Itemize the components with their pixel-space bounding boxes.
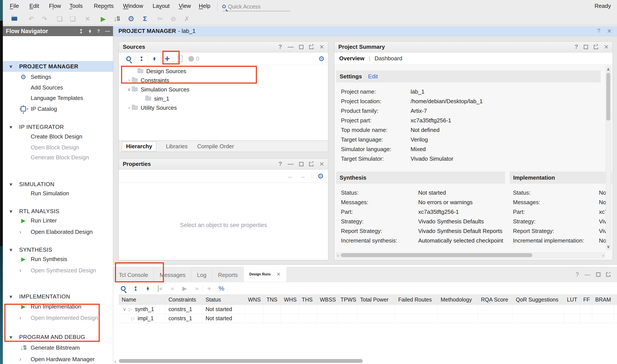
tab-libraries[interactable]: Libraries (166, 143, 188, 150)
scroll-right-icon[interactable]: › (603, 253, 604, 258)
copy-icon[interactable]: ❏ (55, 14, 65, 24)
nav-item-run-synthesis[interactable]: ▶ Run Synthesis (3, 254, 113, 264)
menu-flow[interactable]: Flow (49, 0, 61, 9)
nav-section-implementation[interactable]: ∨ IMPLEMENTATION (3, 291, 113, 302)
col-whs[interactable]: WHS (281, 295, 299, 304)
expand-all-icon[interactable]: ▲▼ (88, 29, 92, 33)
scroll-left-icon[interactable]: ‹ (115, 359, 116, 364)
maximize-icon[interactable] (299, 45, 304, 49)
scrollbar-thumb[interactable] (119, 359, 363, 363)
col-ff[interactable]: FF (580, 295, 592, 304)
percent-icon[interactable]: % (215, 284, 228, 293)
nav-item-add-sources[interactable]: Add Sources (3, 82, 113, 93)
float-icon[interactable] (594, 45, 598, 49)
settings-gear-icon[interactable]: ⚙ (126, 14, 136, 24)
col-status[interactable]: Status (203, 295, 245, 304)
tree-item-constraints[interactable]: › Constraints (126, 76, 169, 85)
expand-all-icon[interactable]: ▲▼ (142, 284, 154, 293)
nav-item-language-templates[interactable]: Language Templates (3, 92, 113, 104)
menu-edit[interactable]: Edit (29, 0, 39, 9)
col-bram[interactable]: BRAM (592, 295, 614, 304)
nav-item-open-synthesized-design[interactable]: › Open Synthesized Design (3, 265, 113, 276)
nav-item-open-hardware-manager[interactable]: › Open Hardware Manager (3, 354, 113, 364)
maximize-icon[interactable] (596, 272, 601, 277)
nav-section-program-and-debug[interactable]: ∨ PROGRAM AND DEBUG (3, 332, 113, 342)
col-qor-suggestions[interactable]: QoR Suggestions (513, 295, 564, 304)
tab-overview[interactable]: Overview (339, 55, 364, 62)
menu-layout[interactable]: Layout (153, 0, 170, 9)
maximize-icon[interactable] (299, 162, 304, 166)
vertical-scrollbar[interactable]: ∧ ∨ (606, 66, 611, 250)
scroll-up-icon[interactable]: ∧ (606, 67, 610, 72)
chevron-right-icon[interactable]: › (126, 78, 132, 83)
gear-icon[interactable]: ⚙ (317, 172, 324, 180)
tab-messages[interactable]: Messages (154, 268, 191, 282)
col-wbss[interactable]: WBSS (317, 295, 337, 304)
close-icon[interactable]: ✕ (319, 44, 324, 51)
col-name[interactable]: Name (119, 295, 166, 304)
help-icon[interactable]: ? (576, 271, 579, 278)
float-icon[interactable] (309, 162, 313, 166)
nav-item-run-simulation[interactable]: Run Simulation (3, 188, 113, 199)
close-icon[interactable]: ✕ (604, 44, 609, 51)
nav-item-settings[interactable]: ⚙ Settings (3, 71, 113, 82)
horizontal-scrollbar[interactable]: ‹ (115, 359, 617, 364)
add-sources-icon[interactable]: + (161, 54, 174, 64)
col-tns[interactable]: TNS (263, 295, 281, 304)
col-methodology[interactable]: Methodology (437, 295, 478, 304)
minimize-icon[interactable]: — (105, 28, 110, 34)
chevron-right-icon[interactable]: › (126, 105, 132, 111)
synth-strategy-link[interactable]: Vivado Synthesis Defaults (418, 218, 484, 225)
col-failed-routes[interactable]: Failed Routes (395, 295, 437, 304)
nav-item-run-linter[interactable]: ▶ Run Linter (3, 215, 113, 226)
scrollbar-thumb[interactable] (341, 253, 532, 257)
tab-reports[interactable]: Reports (212, 268, 244, 282)
collapse-all-icon[interactable]: ▼▲ (79, 29, 83, 33)
project-part-link[interactable]: xc7a35tftg256-1 (411, 117, 451, 124)
tree-item-simulation-sources[interactable]: ∨ Simulation Sources (126, 85, 189, 94)
tab-design-runs[interactable]: Design Runs ✕ (244, 267, 286, 282)
col-total-power[interactable]: Total Power (357, 295, 395, 304)
target-simulator-link[interactable]: Vivado Simulator (411, 156, 453, 162)
nav-item-create-block-design[interactable]: Create Block Design (3, 131, 113, 142)
nav-section-ip-integrator[interactable]: ∨ IP INTEGRATOR (3, 121, 113, 132)
search-icon[interactable] (117, 284, 129, 293)
col-tpws[interactable]: TPWS (337, 295, 357, 304)
minimize-icon[interactable]: — (585, 271, 591, 278)
help-icon[interactable]: ? (575, 44, 578, 50)
horizontal-scrollbar[interactable]: ‹ › (336, 253, 605, 258)
menu-reports[interactable]: Reports (94, 0, 114, 9)
float-icon[interactable] (309, 45, 313, 49)
tree-item-utility-sources[interactable]: › Utility Sources (126, 103, 177, 112)
tab-dashboard[interactable]: Dashboard (374, 55, 402, 62)
col-rqa-score[interactable]: RQA Score (478, 295, 513, 304)
close-icon[interactable]: ✕ (276, 271, 281, 277)
synth-report-strategy-link[interactable]: Vivado Synthesis Default Reports (418, 228, 502, 234)
paste-icon[interactable]: ❏ (68, 14, 78, 24)
menu-view[interactable]: View (179, 0, 191, 9)
nav-item-open-block-design[interactable]: Open Block Design (3, 142, 113, 153)
scrollbar-thumb[interactable] (606, 73, 610, 121)
quick-access-search[interactable]: Quick Access (222, 2, 290, 11)
tab-tcl-console[interactable]: Tcl Console (113, 268, 154, 282)
collapse-all-icon[interactable]: ▼▲ (129, 284, 142, 293)
float-icon[interactable] (606, 272, 610, 277)
scroll-left-icon[interactable]: ‹ (337, 253, 339, 258)
scroll-down-icon[interactable]: ∨ (606, 244, 610, 249)
help-icon[interactable]: ? (278, 161, 282, 168)
help-icon[interactable]: ? (278, 44, 282, 50)
maximize-icon[interactable] (584, 45, 588, 49)
help-icon[interactable]: ? (597, 28, 600, 35)
menu-tools[interactable]: Tools (69, 0, 83, 9)
nav-section-project-manager[interactable]: ∨ PROJECT MANAGER (3, 61, 113, 72)
table-row-synth-1[interactable]: ∨▷synth_1 constrs_1 Not started (119, 305, 617, 314)
close-icon[interactable]: ✕ (607, 28, 612, 35)
tree-item-design-sources[interactable]: Design Sources (132, 67, 186, 76)
generate-bitstream-icon[interactable]: ↓0110 (112, 14, 122, 24)
search-icon[interactable] (122, 54, 135, 64)
open-project-icon[interactable] (9, 14, 19, 24)
menu-file[interactable]: File (10, 0, 19, 9)
table-row-impl-1[interactable]: ▷impl_1 constrs_1 Not started (119, 314, 617, 323)
chevron-down-icon[interactable]: ∨ (126, 87, 132, 92)
tree-item-sim-1[interactable]: sim_1 (145, 94, 169, 103)
